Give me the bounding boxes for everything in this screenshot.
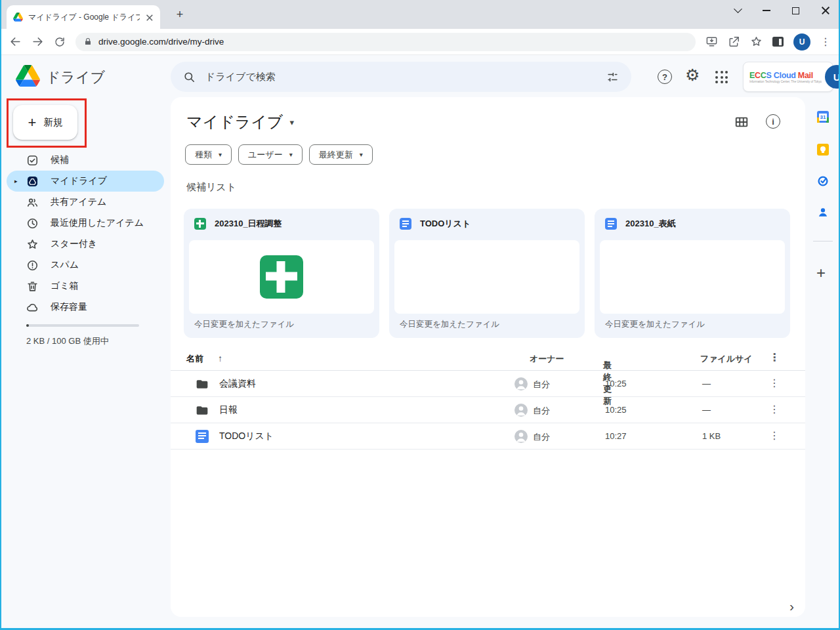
forward-icon[interactable]	[32, 35, 44, 48]
keep-icon[interactable]	[817, 144, 829, 156]
shared-people-icon	[26, 196, 39, 209]
grid-view-toggle-icon[interactable]	[734, 115, 749, 129]
drive-favicon	[13, 12, 23, 22]
file-name: 日報	[219, 404, 238, 416]
sort-ascending-icon[interactable]: ↑	[218, 353, 222, 364]
table-row[interactable]: TODOリスト 自分 10:27 1 KB ⋮	[171, 423, 805, 450]
column-size[interactable]: ファイルサイ	[700, 353, 753, 365]
window-close-icon[interactable]	[821, 7, 830, 15]
new-button[interactable]: + 新規	[13, 105, 77, 140]
sidebar-item-label: ゴミ箱	[51, 280, 79, 292]
sidebar-item-shared[interactable]: 共有アイテム	[7, 192, 164, 213]
table-options-kebab-icon[interactable]: ⋮	[769, 352, 780, 363]
sidebar-item-label: 候補	[51, 154, 69, 166]
owner-avatar	[514, 404, 528, 417]
file-table-header: 名前 ↑ オーナー 最終更新 ▼ ファイルサイ ⋮	[171, 346, 805, 371]
sidebar-item-trash[interactable]: ゴミ箱	[7, 276, 164, 297]
sidebar-item-my-drive[interactable]: ▸ マイドライブ	[7, 171, 164, 192]
tab-close-icon[interactable]	[146, 14, 152, 20]
card-title: 202310_日程調整	[215, 218, 282, 230]
page-title[interactable]: マイドライブ ▾	[186, 112, 294, 133]
contacts-icon[interactable]	[817, 206, 829, 218]
sidebar-item-starred[interactable]: スター付き	[7, 234, 164, 255]
new-button-label: 新規	[43, 116, 62, 129]
window-maximize-icon[interactable]	[792, 7, 799, 14]
suggestion-card[interactable]: TODOリスト 今日変更を加えたファイル	[389, 209, 585, 338]
sort-caret-icon: ▼	[603, 360, 608, 366]
storage-progress-fill	[26, 324, 29, 327]
browser-tab[interactable]: マイドライブ - Google ドライブ	[7, 5, 160, 29]
tab-title: マイドライブ - Google ドライブ	[28, 12, 140, 23]
sidebar-item-suggested[interactable]: 候補	[7, 150, 164, 171]
settings-gear-icon[interactable]: ⚙	[685, 66, 700, 85]
sheets-file-icon	[194, 218, 206, 230]
search-bar[interactable]: ドライブで検索	[171, 62, 631, 92]
card-thumbnail	[189, 240, 374, 314]
calendar-icon[interactable]: 31	[817, 111, 829, 123]
reload-icon[interactable]	[54, 36, 66, 48]
window-minimize-icon[interactable]	[763, 10, 770, 11]
drive-logo[interactable]	[16, 65, 40, 87]
table-row[interactable]: 日報 自分 10:25 — ⋮	[171, 397, 805, 423]
filter-chips: 種類 ▾ ユーザー ▾ 最終更新 ▾	[185, 144, 373, 165]
suggestion-card[interactable]: 202310_日程調整 今日変更を加えたファイル	[184, 209, 379, 338]
eccs-account-badge[interactable]: ECCS Cloud Mail Information Technology C…	[743, 62, 833, 92]
sidebar-item-label: スパム	[51, 259, 79, 271]
sidebar-item-label: 保存容量	[51, 301, 87, 313]
filter-chip-type[interactable]: 種類 ▾	[185, 144, 232, 165]
file-modified: 10:25	[605, 405, 627, 415]
sidebar-item-storage[interactable]: 保存容量	[7, 297, 164, 318]
docs-file-icon	[196, 430, 209, 443]
url-bar[interactable]: drive.google.com/drive/my-drive	[75, 33, 696, 51]
install-icon[interactable]	[705, 35, 718, 48]
sheets-logo-thumbnail	[260, 255, 303, 299]
info-icon[interactable]: i	[766, 114, 780, 129]
filter-chip-modified[interactable]: 最終更新 ▾	[309, 144, 373, 165]
suggested-check-icon	[26, 154, 39, 167]
back-icon[interactable]	[9, 35, 22, 48]
sidebar-nav: 候補 ▸ マイドライブ 共有アイテム 最近使用したアイテム スター付き スパム …	[7, 150, 164, 318]
tab-search-chevron-icon[interactable]	[734, 5, 742, 13]
spam-icon	[26, 259, 39, 272]
apps-grid-icon[interactable]	[715, 71, 728, 83]
search-options-tune-icon[interactable]	[606, 71, 619, 83]
eccs-logo-text: ECCS Cloud Mail	[749, 71, 822, 80]
column-name[interactable]: 名前	[186, 353, 203, 365]
owner-avatar	[514, 430, 528, 443]
suggestion-card[interactable]: 202310_表紙 今日変更を加えたファイル	[595, 209, 790, 338]
eccs-logo: ECCS Cloud Mail Information Technology C…	[749, 71, 822, 83]
browser-menu-icon[interactable]: ⋮	[820, 37, 831, 47]
get-add-ons-plus-icon[interactable]: +	[816, 264, 826, 282]
card-footer: 今日変更を加えたファイル	[194, 319, 294, 330]
card-footer: 今日変更を加えたファイル	[400, 319, 499, 330]
folder-icon	[196, 377, 209, 390]
title-caret-icon[interactable]: ▾	[289, 117, 294, 127]
account-avatar[interactable]: U	[825, 65, 840, 89]
docs-file-icon	[605, 218, 617, 230]
tasks-icon[interactable]	[817, 175, 829, 187]
help-icon[interactable]: ?	[658, 70, 672, 84]
expand-side-panel-chevron-icon[interactable]: ›	[789, 598, 794, 614]
column-owner[interactable]: オーナー	[530, 353, 564, 365]
folder-icon	[196, 404, 209, 417]
sidebar-item-recent[interactable]: 最近使用したアイテム	[7, 213, 164, 234]
side-panel-icon[interactable]	[772, 37, 784, 47]
share-icon[interactable]	[728, 35, 740, 48]
new-tab-button[interactable]: +	[172, 7, 188, 22]
file-size: —	[702, 379, 711, 388]
search-input[interactable]: ドライブで検索	[205, 71, 597, 83]
star-icon	[26, 238, 39, 251]
expand-caret-icon[interactable]: ▸	[14, 178, 18, 184]
sidebar-item-spam[interactable]: スパム	[7, 255, 164, 276]
chevron-down-icon: ▾	[289, 151, 293, 158]
browser-profile-avatar[interactable]: U	[793, 33, 810, 51]
card-header: TODOリスト	[389, 209, 585, 239]
filter-chip-user[interactable]: ユーザー ▾	[238, 144, 303, 165]
row-options-kebab-icon[interactable]: ⋮	[769, 404, 780, 415]
row-options-kebab-icon[interactable]: ⋮	[769, 430, 780, 441]
search-icon[interactable]	[183, 71, 196, 83]
card-header: 202310_表紙	[595, 209, 790, 239]
bookmark-star-icon[interactable]	[750, 35, 763, 48]
table-row[interactable]: 会議資料 自分 10:25 — ⋮	[171, 371, 805, 397]
row-options-kebab-icon[interactable]: ⋮	[769, 378, 780, 388]
